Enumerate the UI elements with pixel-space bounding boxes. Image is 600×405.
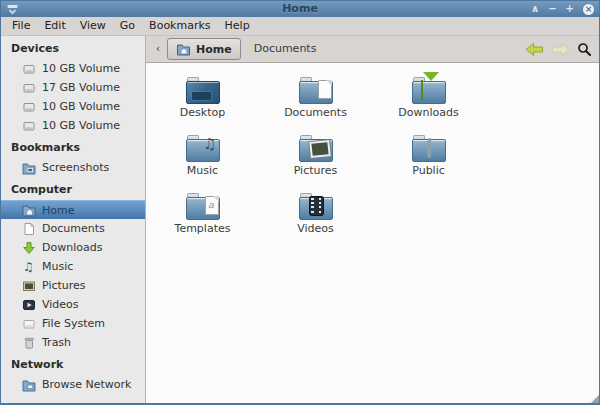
sidebar-item-trash[interactable]: Trash	[1, 333, 145, 352]
forward-arrow-icon	[551, 42, 570, 57]
sidebar-item-label: Pictures	[42, 279, 86, 292]
folder-label: Desktop	[180, 107, 225, 119]
trash-icon	[21, 335, 36, 350]
drive-icon	[21, 99, 36, 114]
folder-label: Templates	[175, 223, 231, 235]
sidebar-item-label: Screenshots	[42, 161, 109, 174]
sidebar-item-documents[interactable]: Documents	[1, 219, 145, 238]
filesystem-drive-icon	[21, 316, 36, 331]
folder-label: Videos	[297, 223, 334, 235]
back-arrow-icon	[525, 42, 544, 57]
folder-image-icon	[21, 160, 36, 175]
folder-downloads[interactable]: Downloads	[372, 77, 485, 133]
sidebar-item-label: 10 GB Volume	[42, 62, 120, 75]
sidebar-item-videos[interactable]: Videos	[1, 295, 145, 314]
folder-documents[interactable]: Documents	[259, 77, 372, 133]
sidebar-section-computer: Computer	[1, 177, 145, 200]
folder-label: Documents	[284, 107, 347, 119]
toolbar: ‹ Home Documents	[146, 36, 599, 63]
minimize-button[interactable]: −	[548, 1, 556, 17]
sidebar-item-label: 17 GB Volume	[42, 81, 120, 94]
network-folder-icon	[21, 377, 36, 392]
folder-label: Downloads	[398, 107, 458, 119]
sidebar-item-label: Downloads	[42, 241, 102, 254]
sidebar-item-volume-3[interactable]: 10 GB Volume	[1, 97, 145, 116]
sidebar-item-home[interactable]: Home	[1, 200, 145, 219]
menu-file[interactable]: File	[5, 17, 37, 35]
pictures-folder-icon	[299, 135, 333, 162]
path-button-home[interactable]: Home	[167, 38, 241, 60]
videos-folder-icon	[299, 193, 333, 220]
folder-desktop[interactable]: Desktop	[146, 77, 259, 133]
menu-edit[interactable]: Edit	[37, 17, 72, 35]
sidebar-item-music[interactable]: ♫ Music	[1, 257, 145, 276]
sidebar-item-volume-2[interactable]: 17 GB Volume	[1, 78, 145, 97]
documents-folder-icon	[299, 77, 333, 104]
desktop-folder-icon	[186, 77, 220, 104]
sidebar-item-label: 10 GB Volume	[42, 119, 120, 132]
sidebar-item-downloads[interactable]: Downloads	[1, 238, 145, 257]
menubar: File Edit View Go Bookmarks Help	[1, 17, 599, 36]
folder-public[interactable]: Public	[372, 135, 485, 191]
sidebar-item-label: Browse Network	[42, 378, 131, 391]
sidebar-item-volume-1[interactable]: 10 GB Volume	[1, 59, 145, 78]
menu-help[interactable]: Help	[218, 17, 257, 35]
sidebar-item-label: Documents	[42, 222, 105, 235]
maximize-button[interactable]: +	[566, 1, 574, 17]
drive-icon	[21, 61, 36, 76]
sidebar-item-label: 10 GB Volume	[42, 100, 120, 113]
sidebar-section-bookmarks: Bookmarks	[1, 135, 145, 158]
file-view[interactable]: Desktop Documents	[146, 63, 599, 403]
music-note-icon: ♫	[21, 259, 36, 274]
folder-label: Music	[187, 165, 218, 177]
forward-button[interactable]	[551, 42, 570, 57]
folder-label: Pictures	[294, 165, 338, 177]
templates-folder-icon: a	[186, 193, 220, 220]
path-scroll-left-button[interactable]: ‹	[153, 39, 163, 59]
sidebar-section-devices: Devices	[1, 36, 145, 59]
sidebar-item-filesystem[interactable]: File System	[1, 314, 145, 333]
search-button[interactable]	[577, 42, 592, 57]
icon-grid: Desktop Documents	[146, 63, 491, 251]
folder-music[interactable]: ♫ Music	[146, 135, 259, 191]
window-menu-icon[interactable]	[6, 3, 19, 16]
download-arrow-icon	[21, 240, 36, 255]
sidebar-item-browse-network[interactable]: Browse Network	[1, 375, 145, 394]
document-icon	[21, 221, 36, 236]
sidebar-item-label: Trash	[42, 336, 71, 349]
folder-label: Public	[412, 165, 445, 177]
shade-button[interactable]: ∧	[531, 1, 539, 17]
resize-grip[interactable]	[591, 395, 599, 403]
drive-icon	[21, 118, 36, 133]
sidebar-item-label: Music	[42, 260, 73, 273]
video-icon	[21, 297, 36, 312]
music-folder-icon: ♫	[186, 135, 220, 162]
sidebar-item-label: File System	[42, 317, 105, 330]
music-note-icon: ♫	[203, 137, 216, 152]
downloads-folder-icon	[412, 77, 446, 104]
folder-videos[interactable]: Videos	[259, 193, 372, 249]
sidebar-section-network: Network	[1, 352, 145, 375]
titlebar[interactable]: Home ∧ − + ×	[1, 1, 599, 17]
sidebar-item-pictures[interactable]: Pictures	[1, 276, 145, 295]
file-manager-window: Home ∧ − + × File Edit View Go Bookmarks…	[0, 0, 600, 405]
window-title: Home	[1, 1, 599, 17]
drive-icon	[21, 80, 36, 95]
folder-templates[interactable]: a Templates	[146, 193, 259, 249]
letter-a-glyph: a	[208, 200, 214, 210]
close-button[interactable]: ×	[583, 4, 594, 15]
sidebar-item-volume-4[interactable]: 10 GB Volume	[1, 116, 145, 135]
path-button-documents[interactable]: Documents	[245, 39, 326, 59]
menu-view[interactable]: View	[73, 17, 113, 35]
back-button[interactable]	[525, 42, 544, 57]
menu-bookmarks[interactable]: Bookmarks	[142, 17, 217, 35]
home-folder-icon	[21, 203, 36, 218]
sidebar-item-label: Videos	[42, 298, 79, 311]
sidebar-item-screenshots[interactable]: Screenshots	[1, 158, 145, 177]
sidebar-item-label: Home	[42, 204, 74, 217]
sidebar: Devices 10 GB Volume 17 GB Volume 10 GB …	[1, 36, 146, 403]
picture-icon	[21, 278, 36, 293]
folder-pictures[interactable]: Pictures	[259, 135, 372, 191]
search-icon	[577, 42, 592, 57]
menu-go[interactable]: Go	[113, 17, 142, 35]
